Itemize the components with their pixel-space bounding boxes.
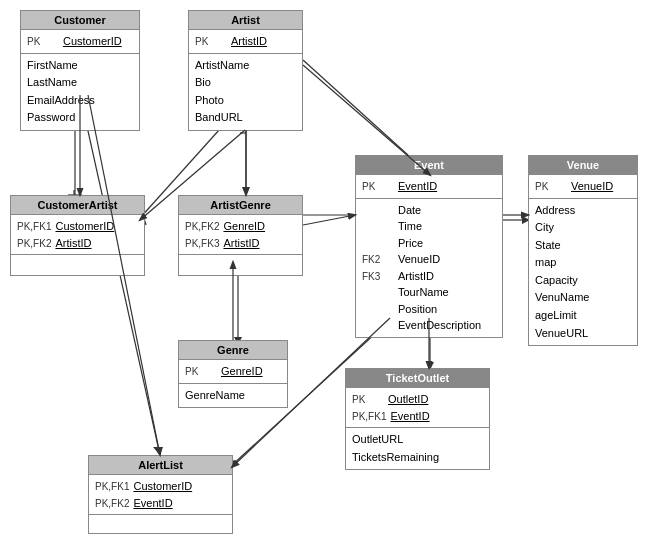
entity-artist-genre-attrs xyxy=(179,255,302,275)
entity-venue: Venue PK VenueID Address City State map … xyxy=(528,155,638,346)
entity-customer-artist-header: CustomerArtist xyxy=(11,196,144,215)
entity-alert-list-header: AlertList xyxy=(89,456,232,475)
entity-genre-header: Genre xyxy=(179,341,287,360)
entity-customer-artist: CustomerArtist PK,FK1 CustomerID PK,FK2 … xyxy=(10,195,145,276)
entity-artist: Artist PK ArtistID ArtistName Bio Photo … xyxy=(188,10,303,131)
entity-event-attrs: Date Time Price FK2 VenueID FK3 ArtistID… xyxy=(356,199,502,337)
entity-customer-title: Customer xyxy=(54,14,105,26)
entity-venue-header: Venue xyxy=(529,156,637,175)
entity-alert-list: AlertList PK,FK1 CustomerID PK,FK2 Event… xyxy=(88,455,233,534)
entity-event-pk: PK EventID xyxy=(356,175,502,199)
entity-artist-header: Artist xyxy=(189,11,302,30)
entity-alert-list-attrs xyxy=(89,515,232,533)
entity-artist-genre-pk: PK,FK2 GenreID PK,FK3 ArtistID xyxy=(179,215,302,255)
svg-line-42 xyxy=(303,215,355,225)
entity-venue-attrs: Address City State map Capacity VenuName… xyxy=(529,199,637,346)
entity-alert-list-pk: PK,FK1 CustomerID PK,FK2 EventID xyxy=(89,475,232,515)
svg-marker-9 xyxy=(242,187,250,195)
entity-ticket-outlet-header: TicketOutlet xyxy=(346,369,489,388)
entity-genre: Genre PK GenreID GenreName xyxy=(178,340,288,408)
erd-diagram: Customer PK CustomerID FirstName LastNam… xyxy=(0,0,650,560)
entity-customer-pk: PK CustomerID xyxy=(21,30,139,54)
entity-genre-attrs: GenreName xyxy=(179,384,287,408)
entity-customer-artist-attrs xyxy=(11,255,144,275)
entity-customer: Customer PK CustomerID FirstName LastNam… xyxy=(20,10,140,131)
entity-artist-genre: ArtistGenre PK,FK2 GenreID PK,FK3 Artist… xyxy=(178,195,303,276)
entity-event-header: Event xyxy=(356,156,502,175)
entity-customer-attrs: FirstName LastName EmailAddress Password xyxy=(21,54,139,130)
svg-marker-28 xyxy=(153,447,163,455)
entity-event: Event PK EventID Date Time Price FK2 xyxy=(355,155,503,338)
entity-genre-pk: PK GenreID xyxy=(179,360,287,384)
entity-customer-artist-pk: PK,FK1 CustomerID PK,FK2 ArtistID xyxy=(11,215,144,255)
entity-ticket-outlet-pk: PK OutletID PK,FK1 EventID xyxy=(346,388,489,428)
entity-artist-pk: PK ArtistID xyxy=(189,30,302,54)
entity-artist-genre-header: ArtistGenre xyxy=(179,196,302,215)
entity-ticket-outlet: TicketOutlet PK OutletID PK,FK1 EventID … xyxy=(345,368,490,470)
entity-ticket-outlet-attrs: OutletURL TicketsRemaining xyxy=(346,428,489,469)
entity-artist-attrs: ArtistName Bio Photo BandURL xyxy=(189,54,302,130)
entity-customer-header: Customer xyxy=(21,11,139,30)
entity-venue-pk: PK VenueID xyxy=(529,175,637,199)
